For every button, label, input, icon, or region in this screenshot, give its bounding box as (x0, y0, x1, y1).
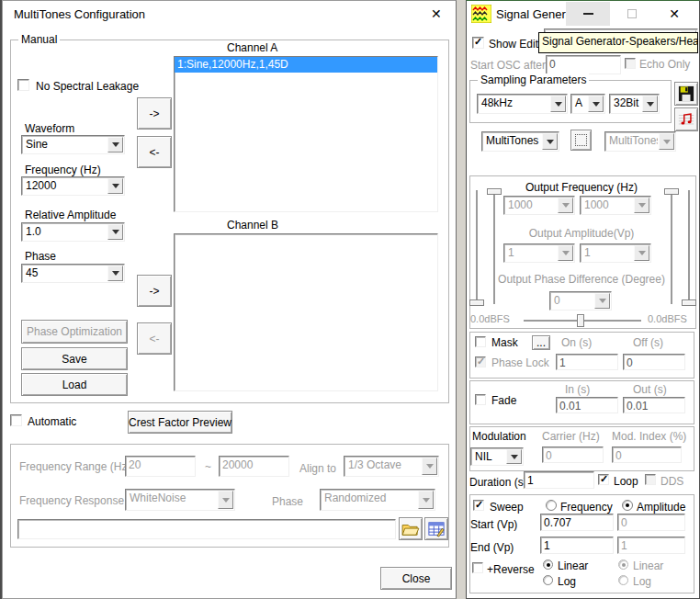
minimize-button[interactable] (566, 2, 610, 26)
loop-label: Loop (614, 475, 638, 488)
log-a-radio[interactable] (543, 575, 553, 585)
move-right-a-button[interactable]: -> (137, 97, 172, 130)
end-vp-a-input[interactable]: 1 (540, 537, 614, 554)
output-amplitude-a-combobox[interactable]: 1 (503, 243, 575, 263)
show-editor-checkbox[interactable] (472, 37, 484, 49)
chevron-down-icon[interactable] (588, 96, 604, 112)
fade-checkbox[interactable] (475, 394, 486, 405)
chevron-down-icon[interactable] (642, 96, 658, 112)
frequency-combobox[interactable]: 12000 (21, 176, 125, 196)
chevron-down-icon[interactable] (107, 137, 123, 153)
chevron-down-icon[interactable] (542, 133, 558, 150)
slider-thumb[interactable] (682, 300, 696, 306)
output-phase-combobox[interactable]: 0 (549, 291, 612, 311)
output-amplitude-b-combobox[interactable]: 1 (580, 243, 651, 263)
save-button[interactable]: Save (21, 347, 128, 370)
close-button[interactable]: Close (380, 567, 452, 590)
configure-button[interactable] (570, 130, 592, 151)
output-frequency-b-combobox[interactable]: 1000 (580, 196, 651, 215)
no-spectral-leakage-checkbox[interactable] (17, 79, 29, 91)
chevron-down-icon[interactable] (107, 266, 123, 281)
close-button[interactable]: ✕ (656, 2, 693, 26)
chevron-down-icon[interactable] (107, 178, 123, 194)
output-phase-difference-label: Output Phase Difference (Degree) (490, 273, 673, 286)
align-to-combobox[interactable]: 1/3 Octave (344, 456, 439, 477)
mask-browse-button[interactable]: ... (532, 335, 550, 350)
relative-amplitude-combobox[interactable]: 1.0 (21, 222, 125, 242)
fade-label: Fade (491, 394, 516, 407)
channel-b-list[interactable] (174, 233, 438, 391)
save-signal-button[interactable] (674, 82, 698, 106)
start-osc-input[interactable]: 0 (546, 55, 621, 74)
slider-thumb[interactable] (469, 300, 484, 306)
chevron-down-icon (558, 198, 573, 213)
linear-b-radio[interactable] (618, 559, 628, 570)
sweep-checkbox[interactable] (473, 500, 484, 511)
dbfs-right-label: 0.0dBFS (648, 313, 687, 324)
mask-on-input[interactable]: 1 (556, 354, 618, 370)
slider-thumb[interactable] (664, 188, 679, 195)
sample-rate-combobox[interactable]: 48kHz (477, 94, 568, 114)
echo-only-checkbox[interactable] (625, 58, 636, 69)
fade-in-input[interactable]: 0.01 (556, 397, 618, 413)
frequency-range-to-input[interactable]: 20000 (219, 456, 289, 477)
end-vp-b-input[interactable]: 1 (617, 537, 685, 554)
carrier-input[interactable]: 0 (542, 446, 604, 463)
crest-factor-preview-button[interactable]: Crest Factor Preview (128, 411, 232, 434)
dds-checkbox[interactable] (645, 474, 656, 485)
auto-phase-combobox[interactable]: Randomized (320, 489, 435, 511)
start-vp-a-input[interactable]: 0.707 (540, 514, 614, 531)
move-left-b-button[interactable]: <- (137, 322, 172, 355)
amplitude-slider-right-outer[interactable] (688, 190, 690, 306)
sweep-amplitude-radio[interactable] (622, 500, 633, 511)
phase-combobox[interactable]: 45 (21, 264, 125, 283)
bit-depth-combobox[interactable]: 32Bit (609, 94, 660, 114)
mod-index-input[interactable]: 0 (612, 446, 682, 463)
mask-checkbox[interactable] (475, 336, 486, 347)
channel-a-selected-item[interactable]: 1:Sine,12000Hz,1,45D (175, 57, 437, 73)
phase-lock-label: Phase Lock (491, 356, 549, 369)
loop-checkbox[interactable] (598, 474, 609, 485)
output-amplitude-label: Output Amplitude(Vp) (508, 227, 655, 240)
chevron-down-icon[interactable] (107, 224, 123, 240)
log-b-radio[interactable] (618, 575, 628, 585)
amplitude-slider-right-inner[interactable] (671, 188, 672, 304)
signal-type-b-combobox[interactable]: MultiTones (604, 131, 676, 152)
edit-table-button[interactable] (424, 517, 448, 540)
frequency-response-combobox[interactable]: WhiteNoise (125, 489, 235, 511)
close-icon[interactable]: ✕ (431, 6, 442, 21)
sweep-frequency-radio[interactable] (546, 500, 557, 511)
mask-off-input[interactable]: 0 (623, 354, 685, 370)
signal-type-combobox[interactable]: MultiTones (481, 131, 559, 152)
phase-lock-checkbox[interactable] (475, 356, 486, 367)
channel-a-list[interactable]: 1:Sine,12000Hz,1,45D (174, 56, 438, 212)
fade-out-input[interactable]: 0.01 (623, 397, 685, 413)
output-frequency-a-combobox[interactable]: 1000 (503, 196, 575, 215)
duration-input[interactable]: 1 (524, 471, 594, 489)
move-left-a-button[interactable]: <- (137, 136, 172, 168)
waveform-combobox[interactable]: Sine (21, 135, 125, 154)
mod-index-label: Mod. Index (%) (612, 430, 686, 443)
slider-thumb[interactable] (487, 188, 502, 195)
amplitude-slider-left-outer[interactable] (476, 190, 478, 306)
file-path-input[interactable] (17, 519, 396, 539)
linear-a-radio[interactable] (543, 559, 553, 570)
minimize-icon (583, 13, 593, 15)
channel-combobox[interactable]: A (570, 94, 605, 114)
frequency-range-from-input[interactable]: 20 (125, 456, 196, 477)
start-vp-b-input[interactable]: 0 (617, 514, 685, 531)
chevron-down-icon[interactable] (550, 96, 566, 112)
reverse-checkbox[interactable] (472, 562, 483, 573)
floppy-disk-icon (678, 85, 694, 102)
move-right-b-button[interactable]: -> (137, 275, 172, 307)
open-file-button[interactable] (399, 517, 423, 540)
maximize-button[interactable] (615, 2, 649, 26)
load-button[interactable]: Load (21, 373, 128, 396)
phase-optimization-button[interactable]: Phase Optimization (21, 320, 128, 344)
chevron-down-icon[interactable] (506, 449, 522, 464)
tone-editor-button[interactable] (674, 107, 698, 131)
automatic-checkbox[interactable] (10, 414, 22, 426)
slider-thumb[interactable] (577, 314, 584, 327)
modulation-combobox[interactable]: NIL (470, 447, 524, 466)
amplitude-slider-left-inner[interactable] (493, 188, 495, 304)
